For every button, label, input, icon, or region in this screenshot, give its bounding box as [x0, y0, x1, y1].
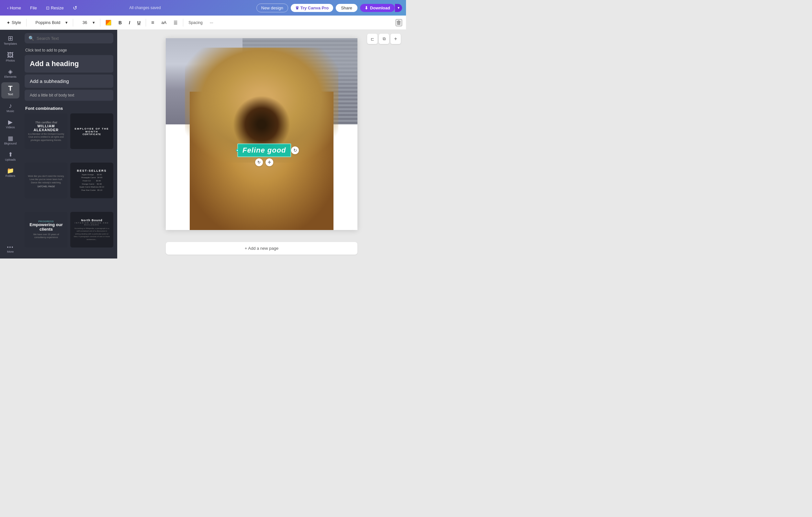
templates-icon: ⊞	[8, 35, 13, 42]
toolbar-divider-3	[100, 19, 100, 27]
delete-button[interactable]: 🗑	[396, 19, 402, 26]
try-pro-button[interactable]: ♛ Try Canva Pro	[291, 4, 333, 12]
rotate-handle[interactable]: ↻	[291, 146, 299, 154]
share-button[interactable]: Share	[336, 4, 357, 12]
main-layout: ⊞ Templates 🖼 Photos ◈ Elements T Text ♪…	[0, 30, 406, 258]
sidebar-item-more[interactable]: ••• More	[1, 242, 20, 256]
sidebar-icons: ⊞ Templates 🖼 Photos ◈ Elements T Text ♪…	[0, 30, 21, 258]
add-heading-button[interactable]: Add a heading	[25, 55, 113, 73]
toolbar-divider-1	[26, 19, 27, 27]
chevron-down-icon: ▾	[398, 5, 400, 10]
download-button[interactable]: ⬇ Download	[360, 4, 395, 12]
spacing-button[interactable]: Spacing	[186, 19, 205, 26]
design-canvas[interactable]: Feline good ↻ ↻ ✛	[166, 38, 357, 230]
elements-icon: ◈	[8, 69, 12, 75]
search-input[interactable]	[36, 36, 110, 41]
folders-icon: 📁	[7, 168, 14, 174]
rotate-control-button[interactable]: ↻	[255, 158, 263, 166]
canvas-copy-page-button[interactable]: ⊏	[367, 34, 378, 44]
toolbar-divider-2	[73, 19, 73, 27]
save-status: All changes saved	[129, 5, 161, 10]
more-icon: •••	[7, 245, 14, 249]
text-icon: T	[8, 85, 12, 92]
style-button[interactable]: ✦ Style	[4, 19, 24, 27]
background-icon: ▦	[8, 135, 13, 141]
nav-undo-button[interactable]: ↺	[69, 4, 80, 12]
sidebar-item-music[interactable]: ♪ Music	[1, 100, 20, 115]
font-combinations-title: Font combinations	[21, 101, 117, 113]
crown-icon: ♛	[295, 5, 299, 10]
add-body-button[interactable]: Add a little bit of body text	[25, 90, 113, 101]
italic-button[interactable]: I	[126, 19, 133, 27]
text-panel: 🔍 Click text to add to page Add a headin…	[21, 30, 117, 258]
color-swatch	[106, 20, 111, 26]
copy-page-icon: ⊏	[371, 36, 374, 42]
click-text-label: Click text to add to page	[21, 47, 117, 55]
font-card-bestsellers[interactable]: BEST-SELLERS Apple Orange $3.90 Pineappl…	[70, 163, 113, 198]
font-card-certificate[interactable]: This certifies that WILLIAM ALEXANDER is…	[25, 113, 68, 149]
sidebar-item-background[interactable]: ▦ Bkground	[1, 133, 20, 148]
more-options-button[interactable]: ···	[207, 19, 216, 26]
nav-resize-button[interactable]: ⊡ Resize	[43, 4, 67, 12]
sidebar-item-templates[interactable]: ⊞ Templates	[1, 32, 20, 48]
font-size-selector[interactable]: 36 ▾	[76, 19, 97, 26]
nav-home-button[interactable]: ‹ Home	[4, 4, 24, 12]
underline-icon: U	[137, 20, 141, 25]
sidebar-item-videos[interactable]: ▶ Videos	[1, 117, 20, 132]
sidebar-item-uploads[interactable]: ⬆ Uploads	[1, 149, 20, 164]
nav-file-button[interactable]: File	[27, 4, 40, 12]
font-card-northbound[interactable]: North Bound INTERIOR DESIGN AND BUILDERS…	[70, 212, 113, 247]
align-button[interactable]: ≡	[149, 19, 157, 27]
text-controls: ↻ ✛	[255, 158, 273, 166]
text-toolbar: ✦ Style Poppins Bold ▾ 36 ▾ B I U ≡ aA ☰…	[0, 16, 406, 30]
font-card-employee[interactable]: EMPLOYEE OF THE MONTH CERTIFICATE	[70, 113, 113, 149]
canvas-duplicate-button[interactable]: ⧉	[379, 34, 389, 44]
font-card-empowering[interactable]: PROGRESS Empowering our clients We have …	[25, 212, 68, 247]
fontsize-dropdown-icon: ▾	[93, 20, 95, 25]
new-design-button[interactable]: New design	[256, 4, 288, 12]
text-color-button[interactable]	[103, 19, 114, 27]
download-dropdown-button[interactable]: ▾	[395, 4, 402, 12]
trash-icon: 🗑	[396, 20, 402, 25]
font-dropdown-icon: ▾	[65, 20, 68, 25]
list-icon: ☰	[174, 20, 178, 25]
uploads-icon: ⬆	[8, 152, 13, 158]
text-element-container[interactable]: Feline good ↻ ↻ ✛	[237, 143, 291, 157]
list-button[interactable]: ☰	[171, 19, 180, 27]
sidebar-item-text[interactable]: T Text	[1, 82, 20, 99]
canvas-top-tools: ⊏ ⧉ +	[367, 34, 401, 44]
text-left-handle	[236, 149, 239, 152]
move-control-button[interactable]: ✛	[265, 158, 273, 166]
case-button[interactable]: aA	[158, 19, 169, 26]
canvas-add-page-button[interactable]: +	[390, 34, 401, 44]
add-new-page-button[interactable]: + Add a new page	[166, 242, 357, 254]
canvas-background	[166, 38, 357, 230]
search-box[interactable]: 🔍	[25, 33, 113, 44]
download-icon: ⬇	[365, 5, 368, 10]
canvas-wrapper: ⊏ ⧉ +	[117, 30, 406, 238]
font-selector[interactable]: Poppins Bold ▾	[29, 19, 70, 26]
toolbar-divider-5	[183, 19, 183, 27]
sidebar-item-folders[interactable]: 📁 Folders	[1, 165, 20, 180]
nav-right-actions: New design ♛ Try Canva Pro Share ⬇ Downl…	[256, 4, 402, 12]
top-navigation: ‹ Home File ⊡ Resize ↺ All changes saved…	[0, 0, 406, 16]
duplicate-icon: ⧉	[383, 36, 386, 42]
toolbar-divider-4	[146, 19, 146, 27]
bold-button[interactable]: B	[116, 19, 124, 27]
font-combinations-grid: This certifies that WILLIAM ALEXANDER is…	[21, 113, 117, 258]
canvas-area: ⊏ ⧉ +	[117, 30, 406, 258]
font-card-quote[interactable]: Work like you don't need the money. Love…	[25, 163, 68, 198]
text-overlay[interactable]: Feline good	[237, 143, 291, 157]
sidebar-item-elements[interactable]: ◈ Elements	[1, 66, 20, 81]
text-options: Add a heading Add a subheading Add a lit…	[21, 55, 117, 101]
music-icon: ♪	[9, 102, 12, 109]
download-group: ⬇ Download ▾	[360, 4, 402, 12]
add-subheading-button[interactable]: Add a subheading	[25, 75, 113, 88]
undo-icon: ↺	[73, 5, 77, 11]
photos-icon: 🖼	[7, 52, 13, 58]
plus-icon: +	[394, 36, 397, 42]
sidebar-item-photos[interactable]: 🖼 Photos	[1, 49, 20, 65]
search-icon: 🔍	[28, 36, 34, 41]
style-icon: ✦	[6, 20, 10, 25]
underline-button[interactable]: U	[135, 19, 143, 27]
